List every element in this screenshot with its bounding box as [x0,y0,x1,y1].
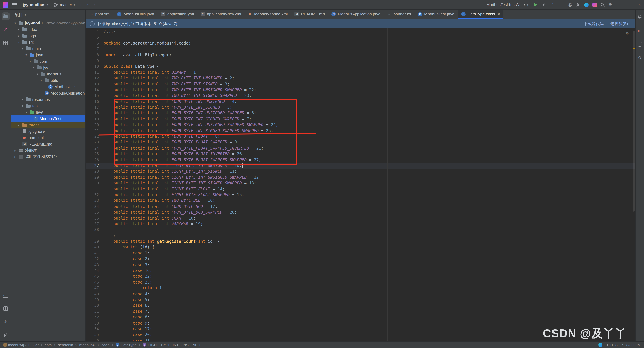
code-line-34[interactable]: 34 public static final int FOUR_BYTE_BCD… [86,204,635,210]
code-line-24[interactable]: 24 public static final int FOUR_BYTE_FLO… [86,145,635,151]
project-tool-button[interactable] [2,12,10,20]
tab-list-button[interactable]: ⋮ [626,10,635,19]
line-number[interactable]: 38 [86,227,99,233]
code-line-18[interactable]: 18 public static final int FOUR_BYTE_INT… [86,110,635,116]
editor-scrollbar[interactable] [632,28,635,341]
line-number[interactable]: 26 [86,157,99,163]
tree-chevron-icon[interactable]: ▸ [14,155,17,158]
more-actions-button[interactable]: ⋮ [549,1,557,8]
vcs-tool-button[interactable] [2,25,10,33]
download-sources-link[interactable]: 下载源代码 [584,21,604,27]
line-number[interactable]: 19 [86,116,99,122]
code-line-27[interactable]: 27 public static final int EIGHT_BYTE_IN… [86,163,635,169]
main-menu-icon[interactable] [12,3,17,6]
tree-item-java[interactable]: ▾java [12,109,85,115]
code-line-35[interactable]: 35 public static final int FOUR_BYTE_BCD… [86,210,635,215]
plugin-status-icon[interactable] [598,343,602,347]
breadcrumb-eight_byte_int_unsigned[interactable]: fEIGHT_BYTE_INT_UNSIGNED [143,343,200,347]
line-number[interactable]: 11 [86,69,99,75]
tree-chevron-icon[interactable]: ▾ [21,47,24,50]
line-number[interactable]: 43 [86,262,99,268]
tree-item-src[interactable]: ▾src [12,39,85,45]
tree-chevron-icon[interactable]: ▾ [24,53,28,56]
profile-button[interactable] [574,1,582,8]
code-line-15[interactable]: 15 public static final int TWO_BYTE_INT_… [86,93,635,99]
line-number[interactable]: 47 [86,285,99,291]
tree-item-com[interactable]: ▾com [12,58,85,64]
line-number[interactable]: 22 [86,134,99,140]
tree-item-main[interactable]: ▾main [12,45,85,52]
gradle-tool-button[interactable]: G [636,54,644,62]
line-number[interactable]: 32 [86,192,99,198]
code-line-25[interactable]: 25 public static final int FOUR_BYTE_FLO… [86,151,635,157]
tree-item--[interactable]: ▸>_临时文件和控制台 [12,154,85,160]
tab-application.yml[interactable]: Yapplication.yml [158,10,197,19]
code-line-22[interactable]: 22 public static final int FOUR_BYTE_FLO… [86,134,635,140]
code-line-50[interactable]: 50 case 6: [86,303,635,309]
debug-button[interactable] [540,1,548,8]
line-number[interactable]: 8 [86,52,99,58]
line-number[interactable]: 15 [86,93,99,99]
tree-chevron-icon[interactable]: ▾ [39,79,43,82]
line-number[interactable]: 1 [86,29,99,35]
database-tool-button[interactable] [636,40,644,48]
tree-item-.idea[interactable]: ▸.idea [12,26,85,32]
tree-item-utils[interactable]: ▾utils [12,77,85,83]
scrollbar-thumb[interactable] [632,30,635,212]
tree-item-pom.xml[interactable]: mpom.xml [12,134,85,141]
tree-chevron-icon[interactable]: ▾ [36,72,39,76]
line-number[interactable]: 29 [86,175,99,181]
minimize-button[interactable]: ─ [616,0,625,9]
line-number[interactable]: 56 [86,338,99,341]
tab-modbustest.java[interactable]: CModbusTest.java [414,10,458,19]
breadcrumb-modbus4j[interactable]: modbus4j [79,343,95,347]
tab-datatype.class[interactable]: CDataType.class× [458,10,504,19]
code-line-40[interactable]: 40 switch (id) { [86,245,635,250]
encoding-indicator[interactable]: UTF-8 [607,343,618,347]
code-line-53[interactable]: 53 case 9: [86,320,635,326]
line-number[interactable]: 46 [86,280,99,286]
tree-chevron-icon[interactable]: ▾ [32,66,36,69]
line-number[interactable]: 51 [86,309,99,315]
breadcrumb-modbus4j-3.0.3.jar[interactable]: modbus4j-3.0.3.jar [3,343,38,347]
line-number[interactable]: 23 [86,140,99,145]
code-line-8[interactable]: 8import java.math.BigInteger; [86,52,635,58]
services-tool-button[interactable] [2,305,10,313]
tab-logback-spring.xml[interactable]: <>logback-spring.xml [244,10,291,19]
tab-readme.md[interactable]: MREADME.md [291,10,328,19]
line-number[interactable]: 54 [86,326,99,332]
problems-tool-button[interactable]: ⚠ [2,318,10,326]
tree-item-modbusapplication[interactable]: CModbusApplication [12,90,85,96]
line-number[interactable]: 16 [86,99,99,105]
code-line-28[interactable]: 28 public static final int EIGHT_BYTE_IN… [86,169,635,175]
code-line-36[interactable]: 36 public static final int CHAR = 18; [86,215,635,221]
line-number[interactable]: 10 [86,64,99,70]
settings-button[interactable]: ⚙ [606,1,614,8]
code-line-31[interactable]: 31 public static final int EIGHT_BYTE_FL… [86,186,635,192]
line-number[interactable]: 55 [86,332,99,338]
line-number[interactable]: 39 [86,239,99,245]
push-icon[interactable]: ↑ [92,2,97,7]
structure-tool-button[interactable] [2,38,10,47]
fold-marker-icon[interactable]: › [99,29,104,35]
line-number[interactable]: 7 [86,46,99,52]
project-selector[interactable]: jyy-modbus ▾ [20,1,51,8]
line-number[interactable]: 21 [86,128,99,134]
line-number[interactable]: 44 [86,268,99,274]
line-number[interactable]: 9 [86,58,99,64]
tab-application-dev.yml[interactable]: Yapplication-dev.yml [197,10,244,19]
tree-item-readme.md[interactable]: MREADME.md [12,141,85,147]
more-tools-button[interactable]: ⋯ [2,52,10,60]
code-line-1[interactable]: 1›/.../ [86,29,635,35]
tree-chevron-icon[interactable]: ▾ [14,21,17,25]
code-area[interactable]: 1›/.../56package com.serotonin.modbus4j.… [86,28,635,341]
search-everywhere-button[interactable] [598,1,606,8]
line-number[interactable]: 30 [86,180,99,186]
code-line-6[interactable]: 6package com.serotonin.modbus4j.code; [86,40,635,46]
line-number[interactable]: 37 [86,221,99,227]
code-line-47[interactable]: 47 return 1; [86,285,635,291]
maven-tool-button[interactable]: m [636,26,644,34]
line-number[interactable]: 12 [86,75,99,81]
tab-modbusapplication.java[interactable]: CModbusApplication.java [328,10,384,19]
breadcrumb-datatype[interactable]: CDataType [116,343,136,347]
